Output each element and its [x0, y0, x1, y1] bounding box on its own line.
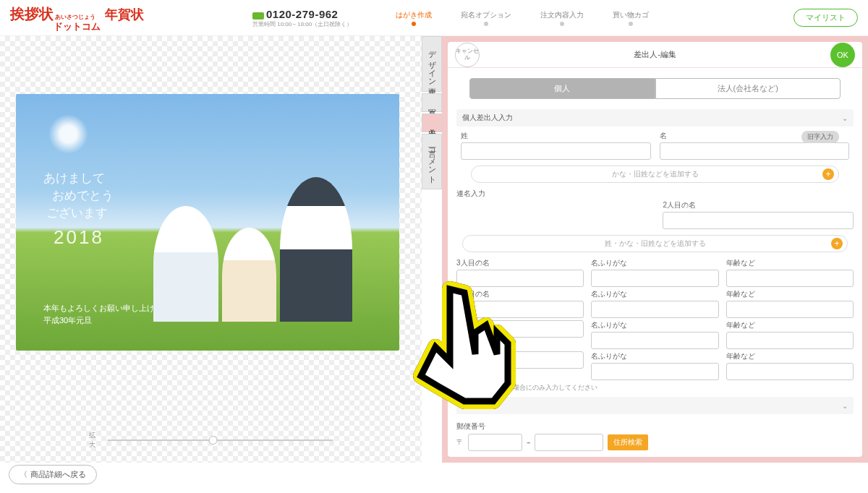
input-furi3[interactable] [591, 270, 718, 287]
header: 挨拶状 あいさつじょう ドットコム 年賀状 0120-279-962 営業時間 … [0, 0, 868, 36]
greeting-line2: おめでとう [52, 187, 114, 205]
input-age3[interactable] [726, 270, 854, 287]
message-text: 本年もよろしくお願い申し上げます 平成30年元旦 [43, 302, 171, 327]
section-address: 入力 ⌄ [456, 397, 854, 414]
zoom-slider[interactable]: 拡大 [89, 431, 333, 450]
editor-panel: キャンセル 差出人-編集 OK 個人 法人(会社名など) 個人差出人入力 ⌄ 姓… [442, 36, 868, 463]
person-3 [280, 177, 352, 322]
input-furi5[interactable] [591, 332, 718, 349]
step-3[interactable]: 注文内容入力 [540, 10, 584, 26]
zoom-label: 拡大 [89, 431, 102, 450]
logo-ruby-block: あいさつじょう ドットコム [54, 14, 101, 31]
back-button[interactable]: 〈 商品詳細へ戻る [9, 465, 97, 484]
phone-hours: 営業時間 10:00～18:00（土日祝除く） [252, 20, 352, 28]
section-personal-title: 個人差出人入力 [462, 113, 513, 123]
preview-pane: あけまして おめでとう ございます 2018 本年もよろしくお願い申し上げます … [0, 36, 422, 463]
input-age4[interactable] [726, 301, 854, 318]
logo-tag: 年賀状 [105, 6, 144, 23]
phone-number: 0120-279-962 [266, 8, 338, 20]
add-renmei-button[interactable]: 姓・かな・旧姓などを追加する + [462, 235, 848, 252]
label-furi6: 名ふりがな [591, 351, 718, 361]
logo-main: 挨拶状 [10, 4, 54, 24]
label-name3: 3人目の名 [456, 258, 584, 268]
label-age6: 年齢など [726, 351, 854, 361]
zip-block: 郵便番号 〒 - 住所検索 [456, 419, 854, 451]
address-block: 都道府県市区町村番地 [456, 454, 854, 457]
section-personal: 個人差出人入力 ⌄ 姓 名 旧字入力 かな・旧姓などを追加する + [456, 109, 854, 183]
phone-icon [252, 12, 264, 20]
input-age6[interactable] [726, 363, 854, 380]
person-1 [153, 206, 218, 322]
input-mei[interactable] [660, 142, 850, 160]
add-renmei-label: 姓・かな・旧姓などを追加する [605, 239, 706, 249]
greeting-text: あけまして おめでとう ございます 2018 [43, 170, 114, 251]
label-sei: 姓 [461, 131, 651, 141]
label-name4: 4人目の名 [456, 289, 584, 299]
greeting-line3: ございます [46, 205, 114, 222]
plus-icon: + [822, 168, 834, 180]
input-2nd-name[interactable] [663, 212, 854, 229]
sub-renmei: 連名入力 [456, 189, 854, 199]
label-age4: 年齢など [726, 289, 854, 299]
step-1[interactable]: はがき作成 [396, 10, 432, 26]
zoom-track[interactable] [108, 440, 333, 441]
seg-personal[interactable]: 個人 [469, 78, 655, 99]
section-address-title: 入力 [462, 400, 477, 411]
zip-sep: - [527, 436, 530, 449]
input-zip1[interactable] [468, 434, 522, 451]
phone-block: 0120-279-962 営業時間 10:00～18:00（土日祝除く） [252, 8, 352, 28]
input-zip2[interactable] [535, 434, 603, 451]
input-furi4[interactable] [591, 301, 718, 318]
label-age5: 年齢など [726, 320, 854, 330]
input-name5[interactable] [456, 320, 584, 338]
oldchar-button[interactable]: 旧字入力 [801, 131, 839, 143]
logo[interactable]: 挨拶状 あいさつじょう ドットコム 年賀状 [10, 4, 144, 31]
ok-button[interactable]: OK [830, 43, 855, 67]
mylist-button[interactable]: マイリスト [793, 9, 858, 27]
logo-sub: ドットコム [54, 21, 101, 32]
progress-steps: はがき作成 宛名オプション 注文内容入力 買い物カゴ [396, 10, 649, 26]
input-name6[interactable] [456, 351, 584, 369]
plus-icon: + [831, 238, 843, 249]
footer: 〈 商品詳細へ戻る [9, 465, 97, 484]
tab-comment[interactable]: 一言コメント [422, 134, 442, 189]
step-4[interactable]: 買い物カゴ [613, 10, 649, 26]
label-2nd-name: 2人目の名 [663, 200, 854, 210]
person-2 [222, 228, 276, 322]
zip-prefix: 〒 [456, 437, 464, 447]
tab-photo[interactable]: 写真 [422, 93, 442, 112]
chevron-down-icon: ⌄ [842, 402, 848, 410]
input-age5[interactable] [726, 332, 854, 349]
logo-ruby: あいさつじょう [55, 14, 101, 20]
label-furi4: 名ふりがな [591, 289, 718, 299]
msg-line2: 平成30年元旦 [43, 314, 171, 327]
input-name4[interactable] [456, 301, 584, 318]
chevron-left-icon: 〈 [20, 469, 27, 480]
section-address-header[interactable]: 入力 ⌄ [456, 397, 854, 414]
segment-control: 個人 法人(会社名など) [469, 78, 841, 99]
add-kana-button[interactable]: かな・旧姓などを追加する + [471, 166, 839, 183]
panel-scroll[interactable]: キャンセル 差出人-編集 OK 個人 法人(会社名など) 個人差出人入力 ⌄ 姓… [448, 42, 862, 457]
family-photo [153, 141, 363, 322]
zip-search-button[interactable]: 住所検索 [608, 434, 648, 450]
section-personal-header[interactable]: 個人差出人入力 ⌄ [456, 109, 854, 127]
msg-line1: 本年もよろしくお願い申し上げます [43, 302, 171, 315]
main: あけまして おめでとう ございます 2018 本年もよろしくお願い申し上げます … [0, 36, 868, 463]
cancel-button[interactable]: キャンセル [455, 43, 480, 67]
tab-design[interactable]: デザイン変更 [422, 36, 442, 92]
label-zip: 郵便番号 [456, 422, 485, 430]
input-furi6[interactable] [591, 363, 718, 380]
tab-sender[interactable]: 差出人 [422, 113, 442, 132]
postcard-preview[interactable]: あけまして おめでとう ございます 2018 本年もよろしくお願い申し上げます … [16, 94, 399, 351]
seg-corporate[interactable]: 法人(会社名など) [655, 78, 841, 99]
input-sei[interactable] [461, 142, 651, 160]
zoom-thumb[interactable] [209, 436, 218, 445]
input-note: などは印刷したい場合にのみ入力してください [461, 383, 849, 393]
chevron-down-icon: ⌄ [842, 114, 848, 122]
input-name3[interactable] [456, 270, 584, 287]
label-furi5: 名ふりがな [591, 320, 718, 330]
back-label: 商品詳細へ戻る [30, 469, 86, 480]
greeting-year: 2018 [54, 224, 114, 250]
label-age3: 年齢など [726, 258, 854, 268]
step-2[interactable]: 宛名オプション [461, 10, 511, 26]
